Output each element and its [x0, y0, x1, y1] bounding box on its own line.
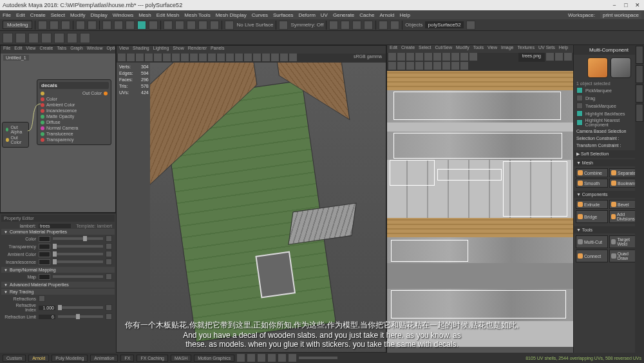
btn-bridge[interactable]: Bridge: [576, 210, 608, 223]
shelf-icon[interactable]: [41, 33, 52, 43]
layout-icon[interactable]: [379, 21, 388, 30]
status-tab[interactable]: MASH: [171, 355, 191, 362]
vp-tool-icon[interactable]: [172, 54, 180, 61]
vp-tool-icon[interactable]: [235, 54, 243, 61]
transp-slider[interactable]: [53, 245, 103, 248]
map-icon[interactable]: [106, 313, 112, 320]
amb-chip[interactable]: [39, 251, 50, 257]
hl-nearest-chk[interactable]: Highlight Nearest Component: [574, 117, 644, 128]
viewcube-icon[interactable]: [390, 21, 399, 30]
sec-mesh[interactable]: ▼ Mesh: [574, 159, 644, 166]
status-icon[interactable]: [278, 354, 286, 362]
menu-modify[interactable]: Modify: [70, 12, 86, 18]
ipr-icon[interactable]: [352, 21, 361, 30]
menu-deform[interactable]: Deform: [299, 12, 316, 18]
viewport-scene[interactable]: [150, 63, 386, 352]
uv-tool-icon[interactable]: [424, 62, 432, 70]
menu-cache[interactable]: Cache: [359, 12, 374, 18]
map-icon[interactable]: [106, 235, 112, 242]
uv-shell[interactable]: [437, 169, 502, 181]
attribute-editor-tab-icon[interactable]: [636, 84, 643, 103]
menu-edit[interactable]: Edit: [16, 12, 25, 18]
btn-smooth[interactable]: Smooth: [576, 179, 608, 188]
status-tab[interactable]: Animation: [90, 355, 118, 362]
uv-shell[interactable]: [391, 290, 566, 319]
map-icon[interactable]: [106, 273, 112, 280]
drag-chk[interactable]: Drag: [574, 94, 644, 102]
menu-meshtools[interactable]: Mesh Tools: [184, 12, 210, 18]
prop-sec-adv[interactable]: Advanced Material Properties: [1, 282, 115, 288]
snap-point-icon[interactable]: [187, 21, 196, 30]
live-surface-icon[interactable]: [225, 21, 234, 30]
vp-tool-icon[interactable]: [127, 54, 135, 61]
menu-select[interactable]: Select: [51, 12, 65, 18]
inc-chip[interactable]: [39, 259, 50, 265]
uv-menu-tools[interactable]: Tools: [473, 45, 484, 53]
hs-menu-graph[interactable]: Graph: [70, 46, 82, 54]
new-scene-icon[interactable]: [38, 21, 47, 30]
lock-icon[interactable]: [466, 21, 475, 30]
vp-tool-icon[interactable]: [253, 54, 261, 61]
map-icon[interactable]: [106, 243, 112, 250]
hs-menu-view[interactable]: View: [26, 46, 35, 54]
viewport-3d[interactable]: View Shading Lighting Show Renderer Pane…: [116, 45, 386, 353]
uv-tool-icon[interactable]: [555, 53, 563, 61]
selection-field[interactable]: polySurface52: [425, 21, 464, 28]
snap-plane-icon[interactable]: [198, 21, 207, 30]
menu-display[interactable]: Display: [91, 12, 108, 18]
hl-backfaces-chk[interactable]: Highlight Backfaces: [574, 110, 644, 117]
menu-uv[interactable]: UV: [321, 12, 328, 18]
sel-object-icon[interactable]: [137, 21, 146, 30]
bump-chip[interactable]: [39, 274, 50, 280]
status-tab[interactable]: Arnold: [28, 355, 49, 362]
sel-edge-icon[interactable]: [114, 21, 123, 30]
uv-tool-icon[interactable]: [433, 62, 441, 70]
sec-soft[interactable]: ▶ Soft Selection: [574, 150, 644, 158]
shelf-icon[interactable]: [54, 33, 64, 43]
render-settings-icon[interactable]: [364, 21, 373, 30]
menu-meshdisplay[interactable]: Mesh Display: [216, 12, 247, 18]
vp-tool-icon[interactable]: [136, 54, 144, 61]
tweak-chk[interactable]: TweakMarquee: [574, 102, 644, 110]
uv-tool-icon[interactable]: [388, 53, 396, 61]
sel-vertex-icon[interactable]: [102, 21, 111, 30]
menu-windows[interactable]: Windows: [113, 12, 133, 18]
prop-name-field[interactable]: trees: [39, 224, 71, 228]
uv-menu-image[interactable]: Image: [501, 45, 513, 53]
refractions-chk[interactable]: [39, 295, 45, 302]
shelf-icon[interactable]: [3, 33, 13, 43]
uv-tool-icon[interactable]: [451, 53, 459, 61]
vp-tool-icon[interactable]: [271, 54, 279, 61]
workspace-dd[interactable]: print workspace: [600, 12, 641, 19]
shelf-icon[interactable]: [15, 33, 26, 43]
refr-limit-field[interactable]: 6: [39, 315, 55, 319]
node-output[interactable]: Out Alpha Out Color: [2, 122, 29, 148]
status-icon[interactable]: [247, 354, 255, 362]
menu-curves[interactable]: Curves: [252, 12, 268, 18]
vp-tool-icon[interactable]: [289, 54, 297, 61]
uv-menu-create[interactable]: Create: [401, 45, 415, 53]
vp-tool-icon[interactable]: [181, 54, 189, 61]
uv-shell[interactable]: [390, 160, 435, 186]
vp-tool-icon[interactable]: [145, 54, 153, 61]
vp-tool-icon[interactable]: [199, 54, 207, 61]
status-tab[interactable]: FX Caching: [137, 355, 168, 362]
prop-sec-bump[interactable]: Bump/Normal Mapping: [1, 267, 115, 273]
modeling-toolkit-tab-icon[interactable]: [636, 65, 643, 83]
vp-tool-icon[interactable]: [163, 54, 171, 61]
prop-sec-common[interactable]: ▼ Common Material PropertiesCommon Mater…: [1, 229, 115, 235]
uv-viewport[interactable]: [387, 71, 573, 353]
hs-menu-tabs[interactable]: Tabs: [57, 46, 66, 54]
graph-tab[interactable]: Untitled_1: [3, 55, 29, 61]
uv-shell[interactable]: [393, 92, 561, 120]
uv-shell[interactable]: [393, 133, 562, 159]
vp-tool-icon[interactable]: [244, 54, 252, 61]
uv-tool-icon[interactable]: [388, 62, 396, 70]
uv-tool-icon[interactable]: [460, 62, 468, 70]
prop-sec-ray[interactable]: Ray Tracing: [1, 289, 115, 295]
open-scene-icon[interactable]: [50, 21, 59, 30]
uv-shell[interactable]: [391, 240, 468, 262]
status-tab[interactable]: Poly Modeling: [52, 355, 88, 362]
sel-face-icon[interactable]: [126, 21, 135, 30]
btn-multicut[interactable]: Multi-Cut: [576, 235, 608, 248]
